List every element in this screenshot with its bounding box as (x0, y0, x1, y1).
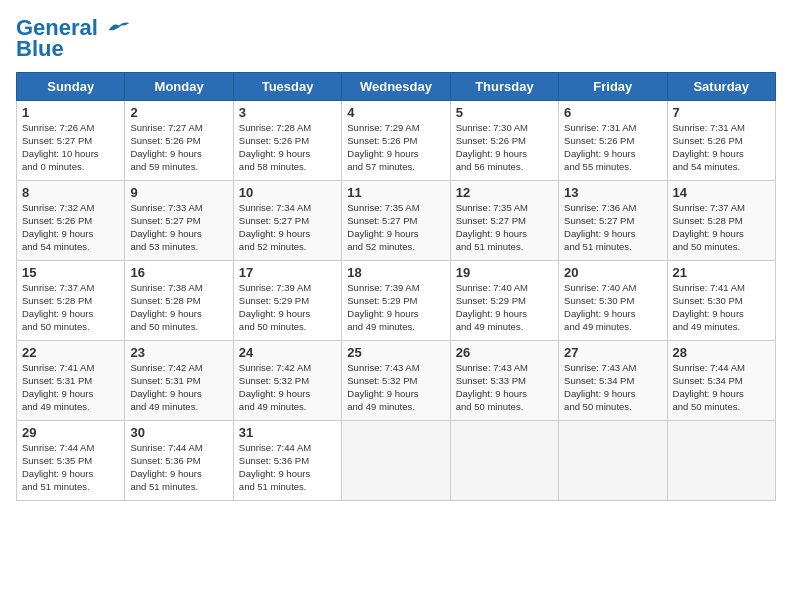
calendar-cell (667, 421, 775, 501)
logo: General Blue (16, 16, 131, 62)
day-info: Sunrise: 7:43 AM Sunset: 5:34 PM Dayligh… (564, 362, 661, 413)
day-info: Sunrise: 7:30 AM Sunset: 5:26 PM Dayligh… (456, 122, 553, 173)
day-number: 24 (239, 345, 336, 360)
day-number: 12 (456, 185, 553, 200)
day-info: Sunrise: 7:44 AM Sunset: 5:36 PM Dayligh… (130, 442, 227, 493)
day-number: 22 (22, 345, 119, 360)
calendar-cell: 11Sunrise: 7:35 AM Sunset: 5:27 PM Dayli… (342, 181, 450, 261)
day-number: 5 (456, 105, 553, 120)
day-info: Sunrise: 7:35 AM Sunset: 5:27 PM Dayligh… (347, 202, 444, 253)
col-header-monday: Monday (125, 73, 233, 101)
calendar-cell: 7Sunrise: 7:31 AM Sunset: 5:26 PM Daylig… (667, 101, 775, 181)
calendar-header: SundayMondayTuesdayWednesdayThursdayFrid… (17, 73, 776, 101)
day-number: 29 (22, 425, 119, 440)
day-number: 11 (347, 185, 444, 200)
logo-blue: Blue (16, 36, 64, 62)
calendar-cell: 29Sunrise: 7:44 AM Sunset: 5:35 PM Dayli… (17, 421, 125, 501)
calendar-cell: 23Sunrise: 7:42 AM Sunset: 5:31 PM Dayli… (125, 341, 233, 421)
day-number: 3 (239, 105, 336, 120)
calendar-cell (450, 421, 558, 501)
day-info: Sunrise: 7:40 AM Sunset: 5:29 PM Dayligh… (456, 282, 553, 333)
calendar-cell: 31Sunrise: 7:44 AM Sunset: 5:36 PM Dayli… (233, 421, 341, 501)
day-info: Sunrise: 7:37 AM Sunset: 5:28 PM Dayligh… (22, 282, 119, 333)
calendar-cell: 18Sunrise: 7:39 AM Sunset: 5:29 PM Dayli… (342, 261, 450, 341)
calendar-cell: 1Sunrise: 7:26 AM Sunset: 5:27 PM Daylig… (17, 101, 125, 181)
day-info: Sunrise: 7:43 AM Sunset: 5:33 PM Dayligh… (456, 362, 553, 413)
day-number: 23 (130, 345, 227, 360)
calendar-cell: 12Sunrise: 7:35 AM Sunset: 5:27 PM Dayli… (450, 181, 558, 261)
day-info: Sunrise: 7:26 AM Sunset: 5:27 PM Dayligh… (22, 122, 119, 173)
day-info: Sunrise: 7:27 AM Sunset: 5:26 PM Dayligh… (130, 122, 227, 173)
day-info: Sunrise: 7:34 AM Sunset: 5:27 PM Dayligh… (239, 202, 336, 253)
calendar-cell: 30Sunrise: 7:44 AM Sunset: 5:36 PM Dayli… (125, 421, 233, 501)
day-info: Sunrise: 7:38 AM Sunset: 5:28 PM Dayligh… (130, 282, 227, 333)
day-number: 20 (564, 265, 661, 280)
col-header-tuesday: Tuesday (233, 73, 341, 101)
calendar-cell: 14Sunrise: 7:37 AM Sunset: 5:28 PM Dayli… (667, 181, 775, 261)
calendar-week-2: 8Sunrise: 7:32 AM Sunset: 5:26 PM Daylig… (17, 181, 776, 261)
day-info: Sunrise: 7:44 AM Sunset: 5:34 PM Dayligh… (673, 362, 770, 413)
day-number: 8 (22, 185, 119, 200)
day-number: 13 (564, 185, 661, 200)
header: General Blue (16, 16, 776, 62)
day-number: 4 (347, 105, 444, 120)
col-header-saturday: Saturday (667, 73, 775, 101)
day-info: Sunrise: 7:36 AM Sunset: 5:27 PM Dayligh… (564, 202, 661, 253)
day-info: Sunrise: 7:41 AM Sunset: 5:31 PM Dayligh… (22, 362, 119, 413)
calendar-table: SundayMondayTuesdayWednesdayThursdayFrid… (16, 72, 776, 501)
calendar-cell (342, 421, 450, 501)
day-info: Sunrise: 7:31 AM Sunset: 5:26 PM Dayligh… (564, 122, 661, 173)
calendar-cell: 21Sunrise: 7:41 AM Sunset: 5:30 PM Dayli… (667, 261, 775, 341)
day-number: 31 (239, 425, 336, 440)
day-number: 27 (564, 345, 661, 360)
day-info: Sunrise: 7:33 AM Sunset: 5:27 PM Dayligh… (130, 202, 227, 253)
calendar-week-4: 22Sunrise: 7:41 AM Sunset: 5:31 PM Dayli… (17, 341, 776, 421)
day-info: Sunrise: 7:29 AM Sunset: 5:26 PM Dayligh… (347, 122, 444, 173)
col-header-friday: Friday (559, 73, 667, 101)
calendar-week-5: 29Sunrise: 7:44 AM Sunset: 5:35 PM Dayli… (17, 421, 776, 501)
day-number: 16 (130, 265, 227, 280)
day-info: Sunrise: 7:37 AM Sunset: 5:28 PM Dayligh… (673, 202, 770, 253)
day-number: 28 (673, 345, 770, 360)
day-info: Sunrise: 7:39 AM Sunset: 5:29 PM Dayligh… (239, 282, 336, 333)
day-number: 19 (456, 265, 553, 280)
calendar-cell: 6Sunrise: 7:31 AM Sunset: 5:26 PM Daylig… (559, 101, 667, 181)
col-header-thursday: Thursday (450, 73, 558, 101)
day-info: Sunrise: 7:32 AM Sunset: 5:26 PM Dayligh… (22, 202, 119, 253)
day-number: 17 (239, 265, 336, 280)
calendar-cell: 25Sunrise: 7:43 AM Sunset: 5:32 PM Dayli… (342, 341, 450, 421)
calendar-cell: 26Sunrise: 7:43 AM Sunset: 5:33 PM Dayli… (450, 341, 558, 421)
day-info: Sunrise: 7:39 AM Sunset: 5:29 PM Dayligh… (347, 282, 444, 333)
day-number: 18 (347, 265, 444, 280)
day-info: Sunrise: 7:44 AM Sunset: 5:35 PM Dayligh… (22, 442, 119, 493)
calendar-cell: 5Sunrise: 7:30 AM Sunset: 5:26 PM Daylig… (450, 101, 558, 181)
day-info: Sunrise: 7:28 AM Sunset: 5:26 PM Dayligh… (239, 122, 336, 173)
day-number: 26 (456, 345, 553, 360)
calendar-cell: 10Sunrise: 7:34 AM Sunset: 5:27 PM Dayli… (233, 181, 341, 261)
calendar-cell: 24Sunrise: 7:42 AM Sunset: 5:32 PM Dayli… (233, 341, 341, 421)
day-info: Sunrise: 7:40 AM Sunset: 5:30 PM Dayligh… (564, 282, 661, 333)
calendar-cell: 15Sunrise: 7:37 AM Sunset: 5:28 PM Dayli… (17, 261, 125, 341)
day-number: 9 (130, 185, 227, 200)
calendar-cell: 8Sunrise: 7:32 AM Sunset: 5:26 PM Daylig… (17, 181, 125, 261)
calendar-week-1: 1Sunrise: 7:26 AM Sunset: 5:27 PM Daylig… (17, 101, 776, 181)
day-info: Sunrise: 7:42 AM Sunset: 5:31 PM Dayligh… (130, 362, 227, 413)
calendar-cell: 3Sunrise: 7:28 AM Sunset: 5:26 PM Daylig… (233, 101, 341, 181)
day-info: Sunrise: 7:41 AM Sunset: 5:30 PM Dayligh… (673, 282, 770, 333)
day-number: 6 (564, 105, 661, 120)
calendar-cell: 19Sunrise: 7:40 AM Sunset: 5:29 PM Dayli… (450, 261, 558, 341)
calendar-cell: 17Sunrise: 7:39 AM Sunset: 5:29 PM Dayli… (233, 261, 341, 341)
calendar-cell: 9Sunrise: 7:33 AM Sunset: 5:27 PM Daylig… (125, 181, 233, 261)
day-number: 14 (673, 185, 770, 200)
day-number: 2 (130, 105, 227, 120)
day-info: Sunrise: 7:35 AM Sunset: 5:27 PM Dayligh… (456, 202, 553, 253)
calendar-cell: 20Sunrise: 7:40 AM Sunset: 5:30 PM Dayli… (559, 261, 667, 341)
calendar-week-3: 15Sunrise: 7:37 AM Sunset: 5:28 PM Dayli… (17, 261, 776, 341)
calendar-cell (559, 421, 667, 501)
day-info: Sunrise: 7:44 AM Sunset: 5:36 PM Dayligh… (239, 442, 336, 493)
day-number: 30 (130, 425, 227, 440)
calendar-cell: 27Sunrise: 7:43 AM Sunset: 5:34 PM Dayli… (559, 341, 667, 421)
logo-bird-icon (107, 18, 131, 36)
day-info: Sunrise: 7:43 AM Sunset: 5:32 PM Dayligh… (347, 362, 444, 413)
day-number: 1 (22, 105, 119, 120)
